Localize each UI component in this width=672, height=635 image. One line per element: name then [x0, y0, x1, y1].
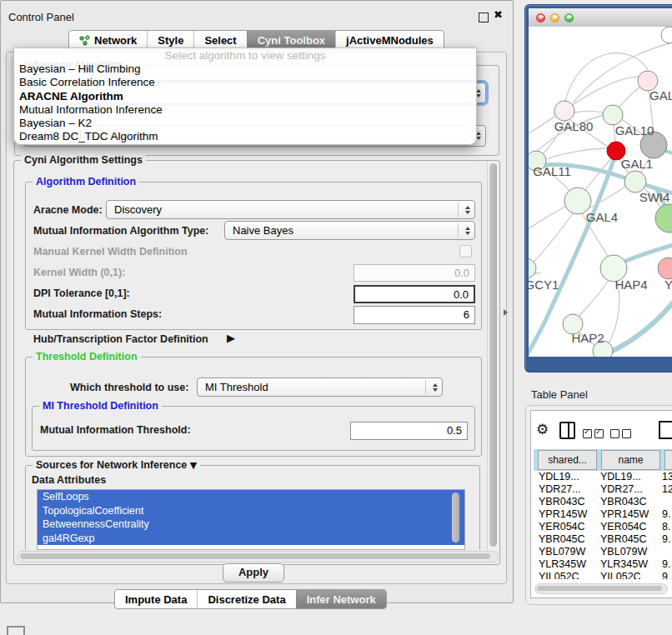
table-cell: 13: [662, 471, 672, 483]
tab-label: jActiveMNodules: [346, 34, 434, 47]
tab-impute-data[interactable]: Impute Data: [115, 590, 197, 608]
attribute-item[interactable]: SelfLoops: [38, 490, 464, 504]
mi-type-value: Naive Bayes: [233, 224, 293, 237]
algorithm-popup-items: Bayesian – Hill ClimbingBasic Correlatio…: [14, 62, 476, 144]
float-window-icon[interactable]: [479, 12, 489, 22]
table-cell: YDL19...: [600, 471, 641, 483]
algorithm-option-aracne-algorithm[interactable]: ARACNE Algorithm: [14, 90, 476, 103]
attribute-item[interactable]: TopologicalCoefficient: [38, 504, 464, 518]
hub-definition-label: Hub/Transcription Factor Definition: [33, 333, 208, 345]
which-threshold-combobox[interactable]: MI Threshold: [197, 378, 443, 397]
combo-arrows-icon: [433, 378, 438, 396]
table-row[interactable]: YBL079WYBL079W: [534, 546, 672, 558]
algorithm-option-bayesian-k2[interactable]: Bayesian – K2: [14, 117, 476, 130]
select-all-columns-icon[interactable]: [583, 427, 606, 442]
aracne-mode-combobox[interactable]: Discovery: [106, 200, 475, 219]
splitpane-handle-icon[interactable]: [504, 309, 508, 316]
tab-style[interactable]: Style: [147, 31, 193, 49]
settings-horizontal-scrollbar[interactable]: [17, 551, 499, 562]
mi-threshold-label: Mutual Information Threshold:: [40, 424, 191, 436]
tab-select[interactable]: Select: [193, 31, 246, 49]
table-cell: 9.: [662, 508, 670, 521]
table-header-row[interactable]: shared...nameA: [534, 449, 672, 471]
manual-kernel-checkbox[interactable]: [459, 245, 472, 258]
network-edge: [578, 279, 609, 318]
table-row[interactable]: YBR043CYBR043C: [534, 496, 672, 508]
table-cell: YDR27...: [600, 483, 643, 496]
split-columns-icon[interactable]: [559, 422, 575, 439]
network-node[interactable]: [661, 27, 672, 43]
settings-vertical-scrollbar[interactable]: [487, 162, 499, 560]
tab-jactivemnodules[interactable]: jActiveMNodules: [335, 31, 444, 49]
kernel-width-field: 0.0: [354, 264, 475, 282]
table-row[interactable]: YDR27...YDR27...12: [534, 483, 672, 496]
tab-discretize-data[interactable]: Discretize Data: [197, 590, 295, 608]
algorithm-popup-prompt: Select algorithm to view settings: [14, 48, 476, 62]
network-node-label: GAL: [649, 88, 672, 102]
table-row[interactable]: YER054CYER054C8.: [534, 521, 672, 533]
mac-zoom-icon[interactable]: [564, 13, 574, 22]
table-cell: 9.: [662, 533, 670, 546]
table-cell: YIL052C: [539, 571, 579, 579]
attribute-item[interactable]: gal4RGexp: [38, 532, 464, 546]
column-header-shared-[interactable]: shared...: [538, 450, 597, 470]
tab-label: Discretize Data: [208, 593, 285, 606]
cyni-settings-title: Cyni Algorithm Settings: [21, 154, 146, 166]
algorithm-option-basic-correlation-inference[interactable]: Basic Correlation Inference: [14, 76, 476, 89]
close-icon[interactable]: ✖: [494, 8, 503, 21]
minimized-panel-icon[interactable]: [7, 626, 25, 635]
combo-arrows-icon: [465, 201, 470, 218]
hub-expand-icon[interactable]: ▶: [227, 332, 235, 344]
algorithm-option-dream8-dc-tdc-algorithm[interactable]: Dream8 DC_TDC Algorithm: [14, 130, 476, 143]
mac-minimize-icon[interactable]: [550, 13, 559, 22]
export-table-icon[interactable]: [659, 421, 672, 439]
network-node-gal80[interactable]: [554, 101, 574, 121]
apply-button[interactable]: Apply: [223, 563, 284, 582]
aracne-mode-value: Discovery: [114, 203, 162, 216]
table-row[interactable]: YLR345WYLR345W9.: [534, 558, 672, 571]
table-row[interactable]: YPR145WYPR145W9.: [534, 508, 672, 521]
table-cell: YBR045C: [600, 533, 647, 546]
mi-threshold-field[interactable]: 0.5: [350, 422, 468, 440]
network-node-label: HAP2: [571, 331, 604, 345]
control-panel-title: Control Panel: [8, 11, 74, 23]
network-node-y[interactable]: [658, 258, 672, 279]
table-horizontal-scrollbar[interactable]: [534, 583, 668, 594]
mi-type-combobox[interactable]: Naive Bayes: [224, 221, 475, 240]
table-cell: YBL079W: [600, 546, 647, 558]
table-row[interactable]: YBR045CYBR045C9.: [534, 533, 672, 546]
attributes-list-scrollbar[interactable]: [452, 492, 459, 542]
mac-close-icon[interactable]: [536, 13, 545, 22]
dpi-tolerance-field[interactable]: 0.0: [354, 285, 475, 303]
network-node[interactable]: [655, 204, 672, 232]
table-row[interactable]: YIL052CYIL052C9: [534, 571, 672, 579]
column-header-a[interactable]: A: [664, 450, 672, 470]
table-row[interactable]: YDL19...YDL19...13: [534, 471, 672, 483]
tab-label: Impute Data: [125, 593, 187, 606]
unselect-all-columns-icon[interactable]: [610, 427, 634, 442]
gear-icon[interactable]: ⚙: [536, 421, 549, 438]
tab-cyni-toolbox[interactable]: Cyni Toolbox: [247, 31, 335, 49]
network-node-label: GCY1: [529, 278, 559, 292]
attribute-item[interactable]: BetweennessCentrality: [38, 518, 464, 532]
network-node-gal10[interactable]: [603, 105, 623, 125]
table-panel-title: Table Panel: [531, 388, 588, 401]
network-canvas[interactable]: GALGAL80GAL10GAL1SWI4GAL11GAL4GCY1HAP4YH…: [529, 27, 672, 357]
tab-network[interactable]: Network: [69, 31, 147, 49]
sources-collapse-icon[interactable]: ▼: [190, 460, 197, 471]
table-cell: YER054C: [539, 521, 585, 533]
network-edge: [574, 111, 605, 113]
sources-clip-region: Sources for Network Inference ▼ Data Att…: [25, 459, 480, 550]
network-icon: [79, 35, 90, 46]
mi-type-label: Mutual Information Algorithm Type:: [33, 225, 208, 237]
data-attributes-label: Data Attributes: [32, 474, 106, 486]
table-cell: YDR27...: [539, 483, 581, 496]
algorithm-option-bayesian-hill-climbing[interactable]: Bayesian – Hill Climbing: [14, 62, 476, 76]
mi-steps-field[interactable]: 6: [354, 306, 475, 324]
which-threshold-label: Which threshold to use:: [70, 382, 188, 393]
network-node-label: GAL4: [586, 210, 618, 224]
tab-infer-network[interactable]: Infer Network: [296, 590, 386, 608]
data-attributes-list[interactable]: SelfLoopsTopologicalCoefficientBetweenne…: [37, 489, 465, 550]
algorithm-option-mutual-information-inference[interactable]: Mutual Information Inference: [14, 103, 476, 117]
column-header-name[interactable]: name: [601, 450, 660, 470]
